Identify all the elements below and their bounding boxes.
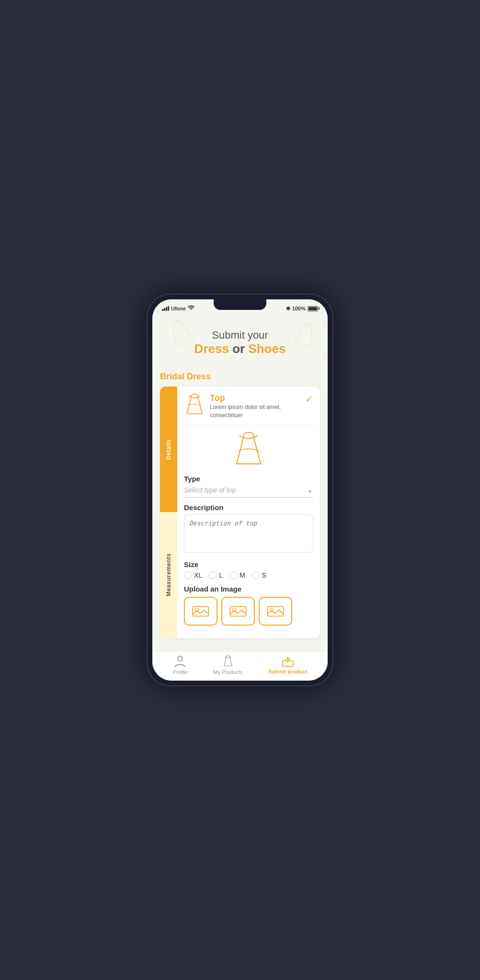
card-inner: Details Measurements bbox=[160, 387, 320, 638]
size-xl-label: XL bbox=[194, 571, 202, 579]
nav-submit[interactable]: Submit product bbox=[268, 656, 307, 674]
svg-rect-7 bbox=[230, 606, 246, 616]
battery-icon bbox=[308, 306, 318, 311]
side-tabs: Details Measurements bbox=[160, 387, 177, 638]
size-xl[interactable]: XL bbox=[184, 571, 202, 579]
size-label: Size bbox=[184, 560, 313, 569]
size-l-label: L bbox=[219, 571, 223, 579]
notch bbox=[214, 299, 266, 310]
description-textarea[interactable] bbox=[184, 514, 313, 553]
header-title: Submit your Dress or Shoes bbox=[162, 329, 318, 356]
submit-nav-label: Submit product bbox=[268, 669, 307, 674]
signal-bars bbox=[162, 306, 169, 311]
radio-m[interactable] bbox=[229, 571, 237, 579]
dress-icon-large bbox=[232, 432, 265, 470]
dress-icon-small bbox=[184, 393, 205, 417]
nav-products[interactable]: My Products bbox=[213, 655, 242, 675]
measurements-tab[interactable]: Measurements bbox=[160, 512, 177, 638]
battery-fill bbox=[309, 307, 317, 310]
header-or: or bbox=[232, 342, 248, 356]
bottom-nav: Profile My Products Submit product bbox=[152, 651, 328, 681]
type-label: Type bbox=[184, 475, 313, 483]
size-l[interactable]: L bbox=[209, 571, 223, 579]
size-field-group: Size XL L bbox=[184, 560, 313, 579]
size-s-label: S bbox=[262, 571, 266, 579]
size-m[interactable]: M bbox=[229, 571, 245, 579]
details-tab[interactable]: Details bbox=[160, 387, 177, 512]
svg-point-1 bbox=[304, 321, 312, 328]
header-line2: Dress or Shoes bbox=[162, 342, 318, 356]
header-line1: Submit your bbox=[162, 329, 318, 342]
upload-box-2[interactable] bbox=[221, 597, 255, 626]
upload-grid bbox=[184, 597, 313, 626]
main-card: Details Measurements bbox=[160, 387, 320, 638]
size-m-label: M bbox=[240, 571, 245, 579]
svg-point-12 bbox=[226, 656, 229, 658]
details-tab-label: Details bbox=[165, 439, 172, 460]
status-left: Ufone bbox=[162, 305, 194, 312]
image-icon-3 bbox=[267, 604, 284, 618]
upload-box-1[interactable] bbox=[184, 597, 217, 626]
measurements-tab-label: Measurements bbox=[165, 553, 172, 596]
upload-box-3[interactable] bbox=[259, 597, 292, 626]
svg-rect-9 bbox=[267, 606, 283, 616]
radio-s[interactable] bbox=[252, 571, 260, 579]
products-nav-label: My Products bbox=[213, 669, 242, 675]
svg-rect-5 bbox=[193, 606, 208, 616]
card-content: Top Lorem ipsum dolor sit amet, consecte… bbox=[177, 387, 320, 638]
type-select[interactable]: Select type of top ▾ bbox=[184, 486, 313, 498]
phone-frame: Ufone ✱ 100% bbox=[147, 294, 333, 686]
size-s[interactable]: S bbox=[252, 571, 266, 579]
type-placeholder: Select type of top bbox=[184, 486, 236, 494]
battery-percent: 100% bbox=[292, 306, 306, 311]
check-icon: ✓ bbox=[305, 393, 313, 405]
description-field-group: Description bbox=[184, 503, 313, 555]
size-options: XL L M bbox=[184, 571, 313, 579]
upload-label: Upload an Image bbox=[184, 585, 313, 593]
top-description: Lorem ipsum dolor sit amet, consectetuer bbox=[210, 403, 313, 420]
svg-point-11 bbox=[178, 656, 183, 661]
header-dress: Dress bbox=[194, 342, 229, 356]
svg-point-0 bbox=[172, 319, 181, 326]
profile-nav-label: Profile bbox=[173, 669, 188, 675]
top-name: Top bbox=[210, 393, 313, 403]
header-shoes: Shoes bbox=[248, 342, 286, 356]
phone-screen: Ufone ✱ 100% bbox=[152, 299, 328, 681]
top-section: Top Lorem ipsum dolor sit amet, consecte… bbox=[184, 393, 313, 426]
nav-profile[interactable]: Profile bbox=[173, 655, 188, 675]
top-info: Top Lorem ipsum dolor sit amet, consecte… bbox=[210, 393, 313, 420]
status-right: ✱ 100% bbox=[286, 306, 318, 312]
type-field-group: Type Select type of top ▾ bbox=[184, 475, 313, 498]
image-icon-1 bbox=[192, 604, 209, 618]
submit-icon bbox=[282, 656, 294, 667]
radio-xl[interactable] bbox=[184, 571, 192, 579]
products-icon bbox=[222, 655, 234, 668]
header-section: Submit your Dress or Shoes bbox=[152, 316, 328, 366]
wifi-icon bbox=[188, 305, 194, 312]
upload-field-group: Upload an Image bbox=[184, 585, 313, 626]
section-title: Bridal Dress bbox=[160, 372, 320, 382]
bluetooth-icon: ✱ bbox=[286, 306, 290, 312]
carrier-name: Ufone bbox=[171, 306, 186, 311]
profile-icon bbox=[174, 655, 186, 668]
image-icon-2 bbox=[229, 604, 247, 618]
select-arrow-icon: ▾ bbox=[309, 488, 311, 495]
radio-l[interactable] bbox=[209, 571, 217, 579]
description-label: Description bbox=[184, 503, 313, 512]
svg-point-4 bbox=[243, 432, 254, 438]
svg-point-3 bbox=[191, 394, 198, 398]
scroll-area[interactable]: Bridal Dress Details Measurements bbox=[152, 366, 328, 651]
